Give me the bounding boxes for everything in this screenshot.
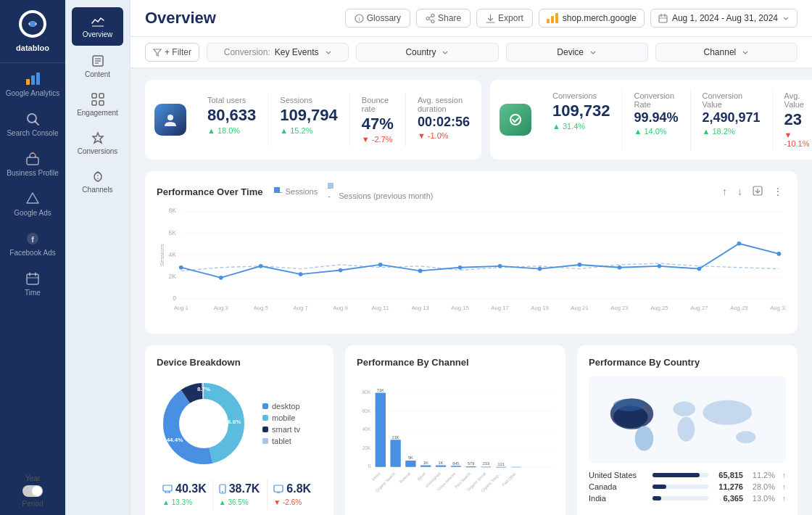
svg-rect-133 xyxy=(496,467,506,468)
svg-text:Aug 27: Aug 27 xyxy=(690,305,708,311)
add-filter-label: + Filter xyxy=(165,47,191,57)
svg-point-8 xyxy=(30,154,31,155)
chart-export-button[interactable] xyxy=(750,184,766,199)
conversion-value-change: ▲ 18.2% xyxy=(703,127,761,136)
user-icon-wrap xyxy=(145,104,196,136)
svg-point-62 xyxy=(418,269,423,273)
chart-more-button[interactable]: ⋮ xyxy=(770,184,786,199)
country-rows: United States 65,815 11.2% ↑ Canada xyxy=(589,471,786,503)
logo-icon xyxy=(19,10,46,38)
analytics-icon xyxy=(547,13,558,23)
sidebar-right-channels-label: Channels xyxy=(82,186,112,194)
channel-title: Performance By Channel xyxy=(357,357,554,368)
svg-text:0: 0 xyxy=(368,464,371,469)
right-metrics: Conversions 109,732 ▲ 31.4% Conversion R… xyxy=(490,80,812,160)
conversion-rate-label: Conversion Rate xyxy=(634,91,678,109)
glossary-button[interactable]: i Glossary xyxy=(345,9,410,28)
svg-point-66 xyxy=(578,263,582,267)
country-section: Performance By Country xyxy=(577,345,798,515)
svg-text:233: 233 xyxy=(483,461,489,466)
country-filter[interactable]: Country xyxy=(356,43,498,62)
svg-line-34 xyxy=(429,19,431,20)
svg-text:71K: 71K xyxy=(377,388,384,392)
svg-text:20K: 20K xyxy=(362,445,371,450)
conversion-filter[interactable]: Conversion: Key Events xyxy=(207,43,349,62)
total-users-metric: Total users 80,633 ▲ 18.0% xyxy=(196,93,268,147)
sidebar-item-time[interactable]: Time xyxy=(0,264,65,304)
in-value: 6,365 xyxy=(714,494,743,503)
sidebar-item-content[interactable]: Content xyxy=(65,47,130,86)
ca-name: Canada xyxy=(589,482,647,491)
conversions-label: Conversions xyxy=(552,91,610,100)
sidebar-item-business-profile[interactable]: Business Profile xyxy=(0,144,65,184)
sidebar-item-search-console[interactable]: Search Console xyxy=(0,104,65,144)
brand-name: databloo xyxy=(16,44,49,52)
sidebar-item-engagement[interactable]: Engagement xyxy=(65,86,130,124)
country-map xyxy=(589,376,786,464)
country-row-us: United States 65,815 11.2% ↑ xyxy=(589,471,786,479)
site-badge[interactable]: shop.merch.google xyxy=(539,9,645,28)
bounce-rate-metric: Bounce rate 47% ▼ -2.7% xyxy=(350,93,406,147)
date-range-picker[interactable]: Aug 1, 2024 - Aug 31, 2024 xyxy=(650,9,798,28)
add-filter-button[interactable]: + Filter xyxy=(145,43,199,62)
conversion-metric-icon xyxy=(500,104,531,136)
period-toggle[interactable] xyxy=(22,485,43,497)
channel-filter[interactable]: Channel xyxy=(655,43,798,62)
svg-rect-127 xyxy=(451,466,461,467)
svg-rect-98 xyxy=(163,485,172,491)
svg-text:44.4%: 44.4% xyxy=(167,437,183,443)
svg-point-65 xyxy=(538,267,542,271)
bottom-row: Device Breakdown xyxy=(145,345,798,515)
chart-down-button[interactable]: ↓ xyxy=(734,184,745,199)
sidebar-item-google-analytics[interactable]: Google Analytics xyxy=(0,63,65,104)
export-button[interactable]: Export xyxy=(476,9,533,28)
chart-up-button[interactable]: ↑ xyxy=(719,184,730,199)
conversion-value-metric: Conversion Value 2,490,971 ▲ 18.2% xyxy=(691,88,773,151)
device-section-title: Device Breakdown xyxy=(157,357,322,368)
svg-text:46.8%: 46.8% xyxy=(225,419,241,425)
svg-text:1K: 1K xyxy=(439,461,444,465)
header: Overview i Glossary Share Export shop xyxy=(130,0,812,37)
svg-point-56 xyxy=(179,265,183,270)
svg-point-103 xyxy=(222,491,223,493)
svg-text:8K: 8K xyxy=(168,207,176,215)
svg-text:Aug 5: Aug 5 xyxy=(254,305,268,311)
channel-section: Performance By Channel 80K 60K 40K 20K 0 xyxy=(345,345,566,515)
avg-session-change: ▼ -1.0% xyxy=(418,131,470,140)
svg-point-32 xyxy=(426,17,429,20)
sidebar-item-facebook-ads[interactable]: f Facebook Ads xyxy=(0,224,65,264)
svg-text:21K: 21K xyxy=(392,435,399,440)
ca-change: ↑ xyxy=(782,483,786,491)
svg-rect-129 xyxy=(465,466,476,467)
sidebar-item-channels[interactable]: Channels xyxy=(65,162,130,201)
svg-rect-23 xyxy=(99,94,104,98)
conversion-filter-label: Conversion: xyxy=(224,47,270,57)
sidebar-item-google-ads[interactable]: Google Ads xyxy=(0,184,65,224)
sidebar-item-overview[interactable]: Overview xyxy=(72,7,123,46)
share-button[interactable]: Share xyxy=(416,9,471,28)
sidebar-right-overview-label: Overview xyxy=(83,30,113,38)
total-users-change: ▲ 18.0% xyxy=(207,126,256,135)
svg-rect-24 xyxy=(92,101,96,105)
tablet-label: tablet xyxy=(272,437,291,445)
sidebar-item-conversions[interactable]: Conversions xyxy=(65,124,130,162)
export-label: Export xyxy=(498,13,523,23)
mobile-label: mobile xyxy=(272,413,295,422)
us-name: United States xyxy=(589,471,647,479)
conversion-value-value: 2,490,971 xyxy=(703,110,761,125)
date-range-value: Aug 1, 2024 - Aug 31, 2024 xyxy=(672,13,778,23)
conversion-rate-value: 99.94% xyxy=(634,110,678,125)
sidebar-item-label: Search Console xyxy=(7,129,58,137)
legend-sessions-prev: - - Sessions (previous month) xyxy=(328,183,433,200)
svg-text:Aug 21: Aug 21 xyxy=(571,305,588,311)
in-bar xyxy=(652,496,661,500)
chart-title: Performance Over Time xyxy=(157,186,262,197)
us-pct: 11.2% xyxy=(749,471,775,479)
svg-marker-11 xyxy=(27,193,38,203)
period-sublabel: Period xyxy=(22,500,44,508)
svg-text:579: 579 xyxy=(468,461,474,466)
chart-actions: ↑ ↓ ⋮ xyxy=(719,184,786,199)
left-metrics: Total users 80,633 ▲ 18.0% Sessions 109,… xyxy=(145,80,481,160)
svg-text:8.7%: 8.7% xyxy=(197,386,210,392)
device-filter[interactable]: Device xyxy=(506,43,648,62)
